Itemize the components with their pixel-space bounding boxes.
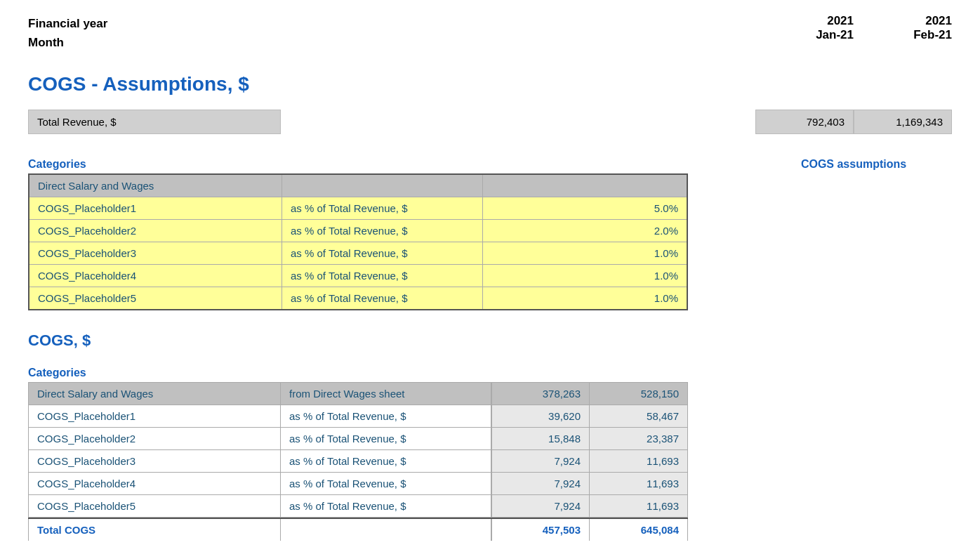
cogs-cat-0: Direct Salary and Wages <box>28 383 281 405</box>
cogs-cat-1: COGS_Placeholder1 <box>28 405 281 427</box>
header-col2: 2021 Feb-21 <box>896 14 952 42</box>
col2-month: Feb-21 <box>896 28 952 42</box>
assumptions-cat-3: COGS_Placeholder3 <box>29 242 282 264</box>
assumptions-val-3: 1.0% <box>483 242 687 264</box>
revenue-row: Total Revenue, $ 792,403 1,169,343 <box>28 110 952 134</box>
col1-year: 2021 <box>797 14 854 28</box>
assumptions-row-2: COGS_Placeholder2 as % of Total Revenue,… <box>29 220 687 242</box>
assumptions-row-1: COGS_Placeholder1 as % of Total Revenue,… <box>29 197 687 220</box>
col2-year: 2021 <box>896 14 952 28</box>
assumptions-val-5: 1.0% <box>483 287 687 309</box>
revenue-col1: 792,403 <box>755 110 854 134</box>
cogs-val1-5: 7,924 <box>491 495 590 517</box>
assumptions-val-4: 1.0% <box>483 265 687 287</box>
cogs-desc-5: as % of Total Revenue, $ <box>281 495 491 517</box>
cogs-desc-3: as % of Total Revenue, $ <box>281 450 491 472</box>
cogs-cat-3: COGS_Placeholder3 <box>28 450 281 472</box>
cogs-val1-4: 7,924 <box>491 473 590 494</box>
revenue-col2: 1,169,343 <box>854 110 952 134</box>
cogs-val2-4: 11,693 <box>590 473 688 494</box>
cogs-desc-2: as % of Total Revenue, $ <box>281 428 491 449</box>
cogs-val2-1: 58,467 <box>590 405 688 427</box>
cogs-val1-3: 7,924 <box>491 450 590 472</box>
cogs-cat-2: COGS_Placeholder2 <box>28 428 281 449</box>
month-label: Month <box>28 33 107 52</box>
revenue-values: 792,403 1,169,343 <box>755 110 952 134</box>
cogs-row-0: Direct Salary and Wages from Direct Wage… <box>28 382 688 405</box>
assumptions-desc-0 <box>282 175 483 197</box>
assumptions-table: Direct Salary and Wages COGS_Placeholder… <box>28 173 688 310</box>
assumptions-val-2: 2.0% <box>483 220 687 242</box>
assumptions-row-3: COGS_Placeholder3 as % of Total Revenue,… <box>29 242 687 265</box>
assumptions-cat-1: COGS_Placeholder1 <box>29 197 282 219</box>
cogs-val1-2: 15,848 <box>491 428 590 449</box>
assumptions-row-5: COGS_Placeholder5 as % of Total Revenue,… <box>29 287 687 309</box>
cogs-val1-0: 378,263 <box>491 383 590 405</box>
assumptions-cat-4: COGS_Placeholder4 <box>29 265 282 287</box>
cogs-desc-4: as % of Total Revenue, $ <box>281 473 491 494</box>
cogs-total-row: Total COGS 457,503 645,084 <box>28 518 688 541</box>
revenue-label: Total Revenue, $ <box>28 110 281 134</box>
cogs-dollar-header-row: Categories <box>28 364 952 382</box>
cogs-desc-0: from Direct Wages sheet <box>281 383 491 405</box>
cogs-total-val1: 457,503 <box>491 519 590 541</box>
assumptions-val-1: 5.0% <box>483 197 687 219</box>
header-col1: 2021 Jan-21 <box>797 14 854 42</box>
cogs-cat-4: COGS_Placeholder4 <box>28 473 281 494</box>
cogs-total-label: Total COGS <box>28 519 281 541</box>
assumptions-categories-label: Categories <box>28 155 281 173</box>
assumptions-cat-2: COGS_Placeholder2 <box>29 220 282 242</box>
cogs-dollar-table: Direct Salary and Wages from Direct Wage… <box>28 382 688 541</box>
assumptions-desc-1: as % of Total Revenue, $ <box>282 197 483 219</box>
page-header: Financial year Month 2021 Jan-21 2021 Fe… <box>28 14 952 52</box>
cogs-cat-5: COGS_Placeholder5 <box>28 495 281 517</box>
cogs-total-val2: 645,084 <box>590 519 688 541</box>
cogs-val2-2: 23,387 <box>590 428 688 449</box>
cogs-dollar-categories-label: Categories <box>28 364 281 382</box>
cogs-desc-1: as % of Total Revenue, $ <box>281 405 491 427</box>
assumptions-desc-4: as % of Total Revenue, $ <box>282 265 483 287</box>
assumptions-val-0 <box>483 175 687 197</box>
header-labels: Financial year Month <box>28 14 107 52</box>
col1-month: Jan-21 <box>797 28 854 42</box>
cogs-row-4: COGS_Placeholder4 as % of Total Revenue,… <box>28 473 688 495</box>
cogs-dollar-title: COGS, $ <box>28 331 952 350</box>
assumptions-section: Categories COGS assumptions Direct Salar… <box>28 155 952 310</box>
cogs-val2-3: 11,693 <box>590 450 688 472</box>
financial-year-label: Financial year <box>28 14 107 33</box>
cogs-val2-5: 11,693 <box>590 495 688 517</box>
assumptions-cat-5: COGS_Placeholder5 <box>29 287 282 309</box>
cogs-val1-1: 39,620 <box>491 405 590 427</box>
assumptions-desc-5: as % of Total Revenue, $ <box>282 287 483 309</box>
cogs-total-desc <box>281 519 491 541</box>
cogs-row-2: COGS_Placeholder2 as % of Total Revenue,… <box>28 428 688 450</box>
header-values: 2021 Jan-21 2021 Feb-21 <box>797 14 952 42</box>
assumptions-row-0: Direct Salary and Wages <box>29 175 687 197</box>
assumptions-desc-3: as % of Total Revenue, $ <box>282 242 483 264</box>
cogs-assumptions-header: COGS assumptions <box>755 155 952 173</box>
assumptions-row-4: COGS_Placeholder4 as % of Total Revenue,… <box>29 265 687 287</box>
cogs-row-3: COGS_Placeholder3 as % of Total Revenue,… <box>28 450 688 473</box>
cogs-row-1: COGS_Placeholder1 as % of Total Revenue,… <box>28 405 688 428</box>
assumptions-cat-0: Direct Salary and Wages <box>29 175 282 197</box>
cogs-dollar-section: COGS, $ Categories Direct Salary and Wag… <box>28 331 952 541</box>
cogs-row-5: COGS_Placeholder5 as % of Total Revenue,… <box>28 495 688 518</box>
cogs-val2-0: 528,150 <box>590 383 688 405</box>
cogs-assumptions-title: COGS - Assumptions, $ <box>28 73 952 96</box>
assumptions-desc-2: as % of Total Revenue, $ <box>282 220 483 242</box>
assumptions-header-row: Categories COGS assumptions <box>28 155 952 173</box>
